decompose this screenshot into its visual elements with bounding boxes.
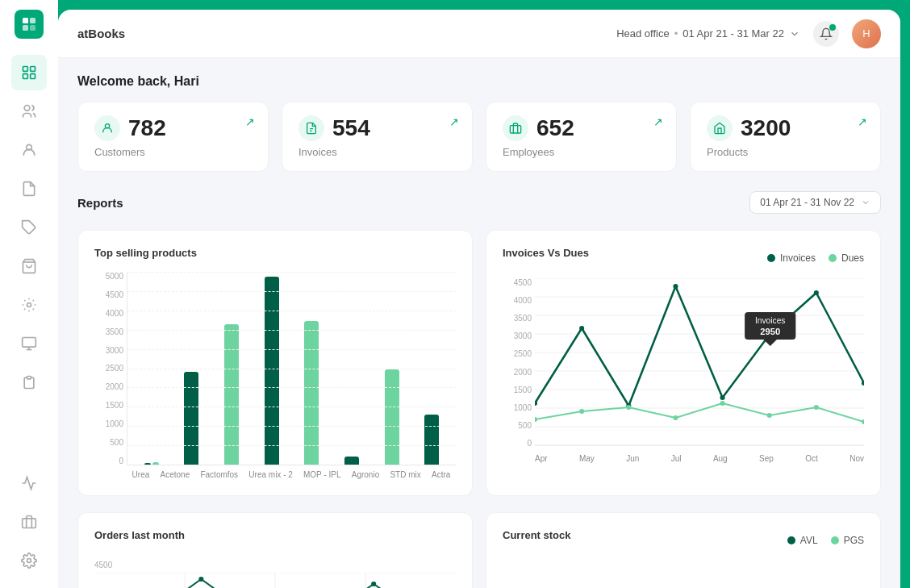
employees-label: Employees <box>503 146 660 158</box>
sidebar-item-accounts[interactable] <box>11 504 47 540</box>
products-arrow[interactable]: ↗ <box>858 115 867 128</box>
orders-line-svg <box>94 573 456 588</box>
stock-chart: Current stock AVL PGS <box>486 512 881 588</box>
legend-invoices-dot <box>767 254 775 262</box>
invoices-dues-header: Invoices Vs Dues Invoices Dues <box>503 247 864 272</box>
app-logo[interactable] <box>15 10 44 39</box>
products-icon <box>707 115 733 141</box>
top-selling-title: Top selling products <box>94 247 456 259</box>
sidebar-item-inventory[interactable] <box>11 326 47 361</box>
date-range-text: • <box>674 27 678 40</box>
stat-cards: 782 Customers ↗ 554 Invoices ↗ <box>77 102 881 172</box>
customers-arrow[interactable]: ↗ <box>245 115 255 128</box>
line-y-1500: 1500 <box>503 386 532 394</box>
sidebar-item-files[interactable] <box>11 171 47 206</box>
stock-svg <box>503 561 864 588</box>
x-label-agronio: Agronio <box>352 470 379 479</box>
charts-row: Top selling products 5000 4500 4000 3500… <box>77 230 881 496</box>
stock-title: Current stock <box>503 529 571 541</box>
sidebar-item-analytics[interactable] <box>11 465 47 501</box>
stock-legend: AVL PGS <box>787 535 864 546</box>
svg-rect-6 <box>23 74 28 79</box>
office-name: Head office <box>616 27 670 40</box>
x-label-oct: Oct <box>805 454 818 463</box>
orders-title: Orders last month <box>94 529 185 541</box>
customers-icon <box>94 115 120 141</box>
line-y-2000: 2000 <box>503 368 532 377</box>
line-y-1000: 1000 <box>503 403 532 412</box>
reports-date-text: 01 Apr 21 - 31 Nov 22 <box>760 197 854 208</box>
invoices-dues-svg: Invoices 2950 <box>535 278 864 448</box>
svg-rect-3 <box>30 25 35 31</box>
pgs-label: PGS <box>844 535 864 546</box>
topbar: atBooks Head office • 01 Apr 21 - 31 Mar… <box>58 10 900 58</box>
svg-point-8 <box>24 106 30 111</box>
avl-legend-dot <box>787 536 795 544</box>
invoices-label: Invoices <box>298 146 456 158</box>
sidebar-item-products[interactable] <box>11 248 47 284</box>
sidebar-item-orders[interactable] <box>11 365 47 400</box>
invoices-arrow[interactable]: ↗ <box>449 115 459 128</box>
x-label-nov: Nov <box>849 454 864 463</box>
dues-dot-oct <box>814 405 819 410</box>
reports-title: Reports <box>77 196 123 210</box>
line-y-3000: 3000 <box>503 332 532 340</box>
orders-chart: Orders last month 4500 <box>77 512 473 588</box>
invoice-dot-oct <box>814 290 819 295</box>
y-label-1500: 1500 <box>94 401 123 410</box>
orders-dot-peak2 <box>371 582 376 586</box>
svg-rect-16 <box>27 377 31 379</box>
svg-rect-1 <box>30 18 35 23</box>
line-y-3500: 3500 <box>503 314 532 323</box>
tooltip-arrow <box>764 340 777 346</box>
x-label-mop: MOP - IPL <box>303 470 341 479</box>
y-label-2500: 2500 <box>94 364 123 373</box>
x-label-jul: Jul <box>671 454 682 463</box>
chevron-down-icon <box>789 28 800 40</box>
line-y-4000: 4000 <box>503 296 532 305</box>
reports-section: Reports 01 Apr 21 - 31 Nov 22 Top sellin… <box>77 191 881 588</box>
topbar-right: Head office • 01 Apr 21 - 31 Mar 22 H <box>616 19 881 48</box>
x-label-aug: Aug <box>713 454 728 463</box>
y-label-2000: 2000 <box>94 382 123 391</box>
dues-dot-jun <box>626 405 631 410</box>
sidebar-item-settings[interactable] <box>11 543 47 578</box>
invoices-icon <box>298 115 324 141</box>
y-label-3500: 3500 <box>94 327 123 336</box>
office-selector[interactable]: Head office • 01 Apr 21 - 31 Mar 22 <box>616 27 800 40</box>
page-body: Welcome back, Hari 782 Customers ↗ <box>58 58 900 588</box>
x-label-jun: Jun <box>626 454 639 463</box>
employees-arrow[interactable]: ↗ <box>653 115 663 128</box>
sidebar-item-tags[interactable] <box>11 210 47 245</box>
sidebar-item-customers[interactable] <box>11 94 47 129</box>
orders-header: Orders last month <box>94 529 456 554</box>
svg-rect-22 <box>510 126 520 133</box>
reports-header: Reports 01 Apr 21 - 31 Nov 22 <box>77 191 881 214</box>
invoices-dues-title: Invoices Vs Dues <box>503 247 589 259</box>
invoice-dot-nov <box>862 381 864 386</box>
sidebar-item-profile[interactable] <box>11 132 47 168</box>
stock-header: Current stock AVL PGS <box>503 529 864 554</box>
y-label-0: 0 <box>94 457 123 465</box>
svg-rect-7 <box>31 74 35 79</box>
sidebar-item-services[interactable] <box>11 287 47 323</box>
user-avatar[interactable]: H <box>852 19 881 48</box>
date-filter-chevron-icon <box>861 198 870 207</box>
y-label-4000: 4000 <box>94 309 123 318</box>
dues-dot-aug <box>720 401 725 406</box>
date-range: 01 Apr 21 - 31 Mar 22 <box>682 27 784 40</box>
notification-button[interactable] <box>813 21 839 47</box>
x-label-stdmix: STD mix <box>390 470 420 479</box>
employees-value: 652 <box>536 115 574 141</box>
x-label-may: May <box>579 454 595 463</box>
invoices-value: 554 <box>332 115 370 141</box>
tooltip-label: Invoices <box>755 316 785 325</box>
x-label-actra: Actra <box>432 470 450 479</box>
sidebar-item-dashboard[interactable] <box>11 55 47 90</box>
x-label-apr: Apr <box>535 454 548 463</box>
reports-date-filter[interactable]: 01 Apr 21 - 31 Nov 22 <box>749 191 881 214</box>
dues-dot-apr <box>535 417 537 422</box>
dues-dot-jul <box>673 415 678 420</box>
y-label-5000: 5000 <box>94 272 123 281</box>
line-y-4500: 4500 <box>503 278 532 287</box>
